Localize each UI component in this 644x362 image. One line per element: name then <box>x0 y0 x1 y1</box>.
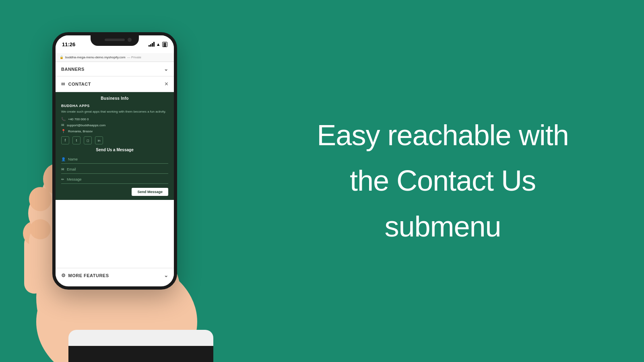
phone-number: +40 700 000 0 <box>68 117 89 121</box>
name-placeholder: Name <box>68 157 78 161</box>
signal-icon <box>149 42 155 47</box>
speaker <box>105 39 125 41</box>
email-field-row[interactable]: ✉ Email <box>61 165 168 174</box>
phone-frame: 11:26 ▲ ▓ 🔒 buddha-mega-menu-demo.myshop… <box>52 32 177 290</box>
banners-menu-row[interactable]: BANNERS ⌄ <box>56 62 174 76</box>
name-field-row[interactable]: 👤 Name <box>61 155 168 164</box>
gear-icon: ⚙ <box>61 273 66 278</box>
svg-point-17 <box>30 219 51 239</box>
location-text: Romania, Brasov <box>68 130 93 133</box>
close-button[interactable]: × <box>165 80 168 88</box>
email-field-icon: ✉ <box>61 167 64 171</box>
user-icon: 👤 <box>61 157 66 161</box>
twitter-button[interactable]: t <box>72 136 80 144</box>
battery-icon: ▓ <box>162 42 167 47</box>
instagram-button[interactable]: ◻ <box>84 136 92 144</box>
browser-private: — Private <box>127 56 141 59</box>
message-placeholder: Message <box>67 177 82 181</box>
email-info-row: ✉ support@buddhaapps.com <box>61 123 168 127</box>
linkedin-button[interactable]: in <box>95 136 103 144</box>
facebook-button[interactable]: f <box>61 136 69 144</box>
banners-label: BANNERS <box>61 67 85 72</box>
headline-line3: submenu <box>317 208 568 246</box>
social-links-row: f t ◻ in <box>61 136 168 144</box>
email-address: support@buddhaapps.com <box>67 123 105 127</box>
headline-area: Easy reachable with the Contact Us subme… <box>242 93 644 270</box>
phone-content: BANNERS ⌄ ✉ CONTACT × Business Info BUDD… <box>56 62 174 282</box>
message-icon: ✏ <box>61 177 64 181</box>
email-placeholder: Email <box>67 167 76 171</box>
browser-url: buddha-mega-menu-demo.myshopify.com <box>65 56 126 59</box>
headline-text: Easy reachable with the Contact Us subme… <box>317 117 568 246</box>
banners-chevron-icon: ⌄ <box>164 66 169 72</box>
more-features-chevron-icon: ⌄ <box>164 272 169 278</box>
company-description: We create such great apps that working w… <box>61 109 168 114</box>
phone-info-row: 📞 +40 700 000 0 <box>61 117 168 121</box>
more-features-label: MORE FEATURES <box>68 273 109 278</box>
email-icon: ✉ <box>61 123 64 127</box>
status-icons: ▲ ▓ <box>149 42 167 47</box>
send-message-button[interactable]: Send Message <box>132 188 168 196</box>
status-bar: 11:26 ▲ ▓ <box>56 35 174 53</box>
phone-icon: 📞 <box>61 117 66 121</box>
more-features-left: ⚙ MORE FEATURES <box>61 273 109 278</box>
phone-notch <box>91 35 139 46</box>
location-icon: 📍 <box>61 129 66 133</box>
contact-dark-panel: Business Info BUDDHA APPS We create such… <box>56 92 174 200</box>
contact-row-left: ✉ CONTACT <box>61 82 91 87</box>
more-features-row[interactable]: ⚙ MORE FEATURES ⌄ <box>56 268 174 282</box>
message-field-row[interactable]: ✏ Message <box>61 175 168 184</box>
business-info-title: Business Info <box>61 96 168 101</box>
location-info-row: 📍 Romania, Brasov <box>61 129 168 133</box>
svg-rect-11 <box>68 346 213 362</box>
contact-menu-row[interactable]: ✉ CONTACT × <box>56 76 174 92</box>
svg-point-18 <box>33 255 54 284</box>
browser-bar: 🔒 buddha-mega-menu-demo.myshopify.com — … <box>56 53 174 62</box>
wifi-icon: ▲ <box>156 42 161 47</box>
mail-icon: ✉ <box>61 82 65 87</box>
company-name: BUDDHA APPS <box>61 104 168 108</box>
camera <box>128 38 132 42</box>
headline-line2: the Contact Us <box>317 162 568 200</box>
lock-icon: 🔒 <box>60 56 64 59</box>
contact-label: CONTACT <box>68 82 91 86</box>
status-time: 11:26 <box>62 41 75 47</box>
send-message-title: Send Us a Message <box>61 148 168 152</box>
form-clearfix: Send Message <box>61 185 168 196</box>
headline-line1: Easy reachable with <box>317 117 568 154</box>
svg-point-15 <box>29 187 52 211</box>
phone-mockup-area: 11:26 ▲ ▓ 🔒 buddha-mega-menu-demo.myshop… <box>0 0 242 362</box>
